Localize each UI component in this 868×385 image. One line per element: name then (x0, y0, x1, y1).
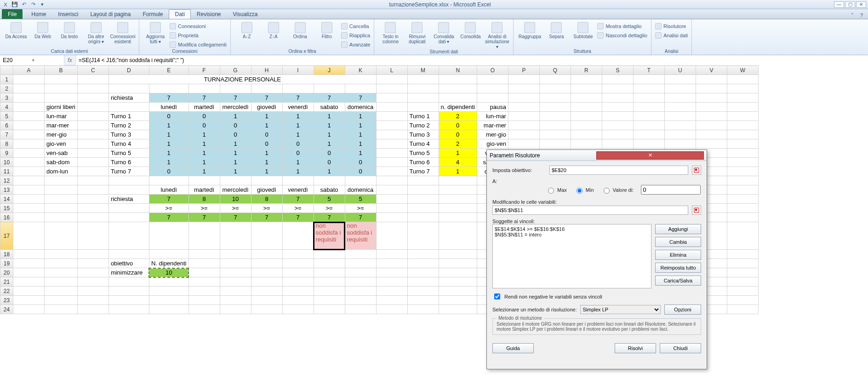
cell-D23[interactable] (108, 296, 149, 305)
cell-U2[interactable] (664, 84, 696, 93)
cell-A11[interactable] (13, 167, 45, 176)
cell-C21[interactable] (77, 277, 108, 287)
cell-B15[interactable] (45, 204, 78, 213)
ext-data-da-web-button[interactable]: Da Web (30, 20, 55, 44)
radio-value[interactable]: Valore di: (601, 186, 634, 194)
cell-W1[interactable] (727, 75, 758, 84)
sort-ordina-button[interactable]: Ordina (288, 20, 313, 48)
dialog-close-button[interactable]: ✕ (596, 151, 704, 160)
cell-F13[interactable]: martedì (188, 185, 220, 195)
tab-dati[interactable]: Dati (169, 9, 190, 19)
row-header-6[interactable]: 6 (0, 121, 13, 130)
cell-M6[interactable]: Turno 2 (407, 121, 439, 130)
changing-cells-input[interactable] (492, 206, 688, 215)
cell-G24[interactable] (220, 305, 251, 314)
cell-M14[interactable] (407, 195, 439, 204)
cell-M19[interactable] (407, 259, 439, 268)
cell-A4[interactable] (13, 103, 45, 112)
cell-N21[interactable] (439, 277, 477, 287)
cell-D21[interactable] (108, 277, 149, 287)
cell-J16[interactable]: 7 (314, 213, 345, 222)
col-header-B[interactable]: B (45, 66, 78, 75)
cell-M5[interactable]: Turno 1 (407, 112, 439, 121)
cell-C23[interactable] (77, 296, 108, 305)
help-button[interactable]: Guida (492, 343, 534, 353)
cell-L23[interactable] (376, 296, 407, 305)
cell-F3[interactable]: 7 (188, 93, 220, 103)
cell-W9[interactable] (727, 149, 758, 158)
cell-A7[interactable] (13, 130, 45, 139)
cell-C18[interactable] (77, 250, 108, 259)
cell-M1[interactable] (407, 75, 439, 84)
cell-G9[interactable]: 1 (220, 149, 251, 158)
cell-J6[interactable]: 1 (314, 121, 345, 130)
cell-C3[interactable] (77, 93, 108, 103)
cell-M22[interactable] (407, 287, 439, 296)
cell-N4[interactable]: n. dipendenti (439, 103, 477, 112)
cell-D6[interactable]: Turno 2 (108, 121, 149, 130)
cell-I11[interactable]: 1 (282, 167, 314, 176)
cell-K4[interactable]: domenica (345, 103, 376, 112)
cell-A12[interactable] (13, 176, 45, 185)
cell-T8[interactable] (633, 139, 664, 149)
tools-rimuovi-duplicati-button[interactable]: Rimuovi duplicati (405, 20, 429, 49)
cell-I23[interactable] (282, 296, 314, 305)
cell-H15[interactable]: >= (251, 204, 282, 213)
cell-B20[interactable] (45, 268, 78, 277)
cell-E12[interactable] (149, 176, 188, 185)
cell-B9[interactable]: ven-sab (45, 149, 78, 158)
cell-H2[interactable] (251, 84, 282, 93)
fx-icon[interactable]: fx (64, 57, 75, 63)
options-button[interactable]: Opzioni (664, 305, 701, 315)
row-header-2[interactable]: 2 (0, 84, 13, 93)
cell-K23[interactable] (345, 296, 376, 305)
row-header-16[interactable]: 16 (0, 213, 13, 222)
cell-M3[interactable] (407, 93, 439, 103)
cell-N6[interactable]: 0 (439, 121, 477, 130)
cell-M8[interactable]: Turno 4 (407, 139, 439, 149)
cell-S6[interactable] (602, 121, 633, 130)
cell-E22[interactable] (149, 287, 188, 296)
cell-B21[interactable] (45, 277, 78, 287)
cell-O2[interactable] (477, 84, 508, 93)
cell-L16[interactable] (376, 213, 407, 222)
solve-button[interactable]: Risolvi (615, 343, 656, 353)
cell-C4[interactable] (77, 103, 108, 112)
cell-M20[interactable] (407, 268, 439, 277)
col-header-C[interactable]: C (77, 66, 108, 75)
col-header-F[interactable]: F (188, 66, 220, 75)
col-header-M[interactable]: M (407, 66, 439, 75)
cell-T4[interactable] (633, 103, 664, 112)
cell-W18[interactable] (727, 250, 758, 259)
cell-F6[interactable]: 0 (188, 121, 220, 130)
cell-E15[interactable]: >= (149, 204, 188, 213)
cell-A8[interactable] (13, 139, 45, 149)
col-header-J[interactable]: J (314, 66, 345, 75)
worksheet-grid[interactable]: ABCDEFGHIJKLMNOPQRSTUVW1TURNAZIONE PERSO… (0, 65, 868, 385)
cell-O3[interactable] (477, 93, 508, 103)
cell-L17[interactable] (376, 222, 407, 250)
cell-L24[interactable] (376, 305, 407, 314)
cell-F11[interactable]: 1 (188, 167, 220, 176)
cell-V5[interactable] (696, 112, 727, 121)
cell-G23[interactable] (220, 296, 251, 305)
row-header-4[interactable]: 4 (0, 103, 13, 112)
cell-D15[interactable] (108, 204, 149, 213)
range-picker-icon[interactable] (692, 206, 701, 215)
cell-E24[interactable] (149, 305, 188, 314)
cell-K19[interactable] (345, 259, 376, 268)
cell-I22[interactable] (282, 287, 314, 296)
cell-P2[interactable] (508, 84, 539, 93)
tab-file[interactable]: File (2, 9, 23, 19)
cell-W12[interactable] (727, 176, 758, 185)
cell-L12[interactable] (376, 176, 407, 185)
row-header-21[interactable]: 21 (0, 277, 13, 287)
cell-G4[interactable]: mercoledì (220, 103, 251, 112)
minimize-button[interactable]: — (834, 1, 844, 8)
cell-B1[interactable] (45, 75, 78, 84)
ext-data-da-access-button[interactable]: Da Access (4, 20, 29, 44)
cell-B8[interactable]: gio-ven (45, 139, 78, 149)
cell-N16[interactable] (439, 213, 477, 222)
cell-W2[interactable] (727, 84, 758, 93)
cell-M24[interactable] (407, 305, 439, 314)
